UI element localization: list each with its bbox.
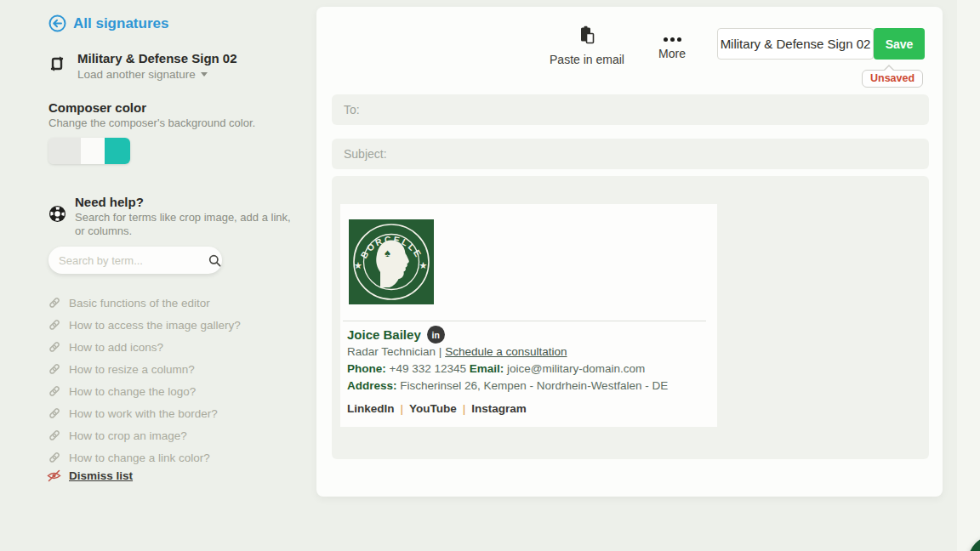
phone-value: +49 332 12345 [390,362,466,375]
right-edge-strip [957,0,980,551]
all-signatures-link[interactable]: All signatures [48,14,168,32]
link-icon [48,363,60,375]
help-search[interactable] [48,247,222,274]
need-help-desc: Search for terms like crop image, add a … [75,211,303,238]
to-field[interactable]: To: [332,94,929,125]
caret-down-icon [201,72,208,77]
color-slider-track[interactable] [48,138,81,164]
help-link-resize-column[interactable]: How to resize a column? [48,358,241,380]
editor-panel: Paste in email More Save Unsaved To: Sub… [316,7,943,497]
signature-divider [343,321,706,321]
instagram-link[interactable]: Instagram [471,402,527,415]
help-link-crop-image[interactable]: How to crop an image? [48,424,241,446]
link-icon [48,407,60,419]
subject-field[interactable]: Subject: [332,139,929,169]
signature-name-row: Joice Bailey in [347,326,445,344]
link-icon [48,297,60,309]
help-link-label: Basic functions of the editor [69,297,210,310]
help-link-label: How to add icons? [69,341,163,354]
social-separator: | [395,402,410,415]
logo-star-right: ★ [419,260,428,270]
load-another-label: Load another signature [77,68,196,81]
reload-signature-icon [47,54,67,81]
help-link-label: How to work with the border? [69,407,218,420]
email-label: Email: [470,362,504,375]
save-button[interactable]: Save [874,28,925,60]
phone-label: Phone: [347,362,386,375]
link-icon [48,341,60,353]
composer-color-slider[interactable] [48,138,130,164]
paste-in-email-label: Paste in email [536,53,638,66]
dismiss-list-link[interactable]: Dismiss list [47,469,133,482]
unsaved-badge: Unsaved [862,70,923,88]
loaded-signature-block: Military & Defense Sign 02 Load another … [47,51,237,81]
help-link-link-color[interactable]: How to change a link color? [48,446,241,469]
helmet-spade: ♠ [385,247,390,259]
social-separator: | [457,402,472,415]
youtube-link[interactable]: YouTube [409,402,457,415]
borcelle-logo[interactable]: BORCELLE ★ ★ ♠ [349,219,434,304]
help-link-image-gallery[interactable]: How to access the image gallery? [48,314,241,336]
search-icon[interactable] [208,254,221,267]
subject-label: Subject: [344,147,387,161]
color-slider-thumb[interactable] [81,138,105,164]
signature-title: Military & Defense Sign 02 [77,51,237,65]
link-icon [48,452,60,463]
more-label: More [647,47,698,60]
more-button[interactable]: More [647,32,698,60]
ellipsis-icon [647,37,698,42]
schedule-consultation-link[interactable]: Schedule a consultation [445,345,567,358]
help-link-label: How to change the logo? [69,385,196,398]
logo-star-left: ★ [354,260,362,270]
address-value: Fischerinsel 26, Kempen - Nordrhein-West… [400,379,668,392]
composer-color-title: Composer color [48,100,146,115]
linkedin-link[interactable]: LinkedIn [347,402,395,415]
to-label: To: [344,103,360,116]
help-link-label: How to access the image gallery? [69,319,241,332]
signature-contact-row: Phone: +49 332 12345 Email: joice@milita… [347,362,645,375]
need-help-title: Need help? [75,195,144,209]
contact-name: Joice Bailey [347,327,421,342]
signature-title-row: Radar Technician | Schedule a consultati… [347,345,567,358]
dismiss-list-label: Dismiss list [69,469,133,482]
signature-address-row: Address: Fischerinsel 26, Kempen - Nordr… [347,379,668,392]
lifebuoy-icon [48,205,66,226]
composer-body[interactable]: BORCELLE ★ ★ ♠ Joice Bailey in Radar Tec… [332,176,929,459]
paste-in-email-button[interactable]: Paste in email [536,26,638,66]
help-link-label: How to change a link color? [69,452,210,464]
all-signatures-label: All signatures [73,15,168,32]
signature-socials-row: LinkedIn | YouTube | Instagram [347,402,527,415]
eye-off-icon [47,469,61,482]
link-icon [48,385,60,397]
paste-icon [578,26,595,44]
help-link-border[interactable]: How to work with the border? [48,402,241,424]
help-link-label: How to crop an image? [69,429,187,442]
signature-name-input[interactable] [717,28,874,60]
color-slider-selected-color[interactable] [105,138,130,164]
help-link-label: How to resize a column? [69,363,195,376]
link-icon [48,429,60,441]
email-value: joice@military-domain.com [507,362,645,375]
help-links-list: Basic functions of the editor How to acc… [48,292,241,469]
signature-preview-card[interactable]: BORCELLE ★ ★ ♠ Joice Bailey in Radar Tec… [340,204,717,427]
link-icon [48,319,60,331]
help-link-basic-functions[interactable]: Basic functions of the editor [48,292,241,314]
back-arrow-icon [48,14,66,32]
load-another-signature-dropdown[interactable]: Load another signature [77,68,237,81]
help-link-change-logo[interactable]: How to change the logo? [48,380,241,402]
composer-color-desc: Change the composer's background color. [48,116,255,129]
search-input[interactable] [59,254,208,267]
address-label: Address: [347,379,397,392]
job-title: Radar Technician [347,345,436,358]
help-link-add-icons[interactable]: How to add icons? [48,336,241,358]
linkedin-icon[interactable]: in [427,326,445,344]
